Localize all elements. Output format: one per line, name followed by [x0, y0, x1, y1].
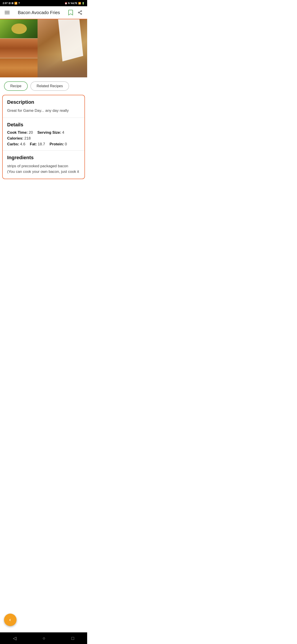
alarm-icon: ⏰	[65, 2, 67, 4]
image-cell-wrap2	[0, 58, 38, 77]
image-main	[37, 19, 87, 77]
protein-label: Protein:	[50, 142, 64, 146]
battery-icon: 🔋	[82, 2, 84, 4]
cook-time-value: 20	[29, 130, 33, 135]
tab-recipe[interactable]: Recipe	[4, 82, 28, 91]
fat-label: Fat:	[30, 142, 37, 146]
details-row-cook: Cook Time: 20 Serving Size: 4	[7, 130, 80, 135]
protein-pair: Protein: 0	[50, 142, 67, 146]
description-title: Description	[7, 99, 80, 105]
fat-value: 18.7	[38, 142, 45, 146]
serving-size-value: 4	[62, 130, 64, 135]
bookmark-button[interactable]	[67, 10, 74, 16]
cook-time-pair: Cook Time: 20	[7, 130, 33, 135]
image-grid	[0, 19, 38, 77]
carbs-pair: Carbs: 4.6	[7, 142, 25, 146]
ingredients-section: Ingredients strips of precooked packaged…	[3, 151, 84, 179]
svg-point-1	[78, 12, 79, 13]
ingredients-line-2: (You can cook your own bacon, just cook …	[7, 169, 80, 175]
details-section: Details Cook Time: 20 Serving Size: 4 Ca…	[3, 118, 84, 151]
calories-value: 218	[24, 136, 31, 141]
status-left: 2:07 ⊟ ⊞ 📶 ?	[3, 2, 20, 5]
page-title: Bacon Avocado Fries	[10, 10, 67, 15]
tab-related-recipes[interactable]: Related Recipes	[30, 82, 69, 91]
details-row-calories: Calories: 218	[7, 136, 80, 141]
svg-point-0	[81, 10, 82, 12]
share-button[interactable]	[77, 10, 83, 16]
tabs-container: Recipe Related Recipes	[0, 77, 87, 95]
cook-time-label: Cook Time:	[7, 130, 28, 135]
volte-icon: VoLTE	[71, 2, 77, 4]
details-row-macros: Carbs: 4.6 Fat: 18.7 Protein: 0	[7, 142, 80, 146]
svg-line-3	[79, 12, 81, 12]
status-bar: 2:07 ⊟ ⊞ 📶 ? ⏰ N VoLTE 📶 🔋	[0, 0, 87, 6]
serving-size-pair: Serving Size: 4	[37, 130, 64, 135]
svg-point-2	[81, 14, 82, 14]
details-grid: Cook Time: 20 Serving Size: 4 Calories: …	[7, 130, 80, 146]
ingredients-line-1: strips of precooked packaged bacon	[7, 163, 80, 169]
image-cell-wrap1	[0, 39, 38, 58]
status-right: ⏰ N VoLTE 📶 🔋	[65, 2, 84, 4]
carbs-label: Carbs:	[7, 142, 19, 146]
svg-line-4	[79, 13, 81, 14]
nfc-icon: N	[68, 2, 70, 4]
time-display: 2:07	[3, 2, 7, 4]
menu-button[interactable]	[4, 10, 10, 16]
recipe-image	[0, 19, 87, 77]
share-icon	[77, 10, 82, 15]
question-icon: ?	[18, 2, 20, 4]
notification-icon: ⊟	[8, 2, 10, 5]
details-title: Details	[7, 122, 80, 128]
image-icon: ⊞	[11, 2, 13, 5]
header: Bacon Avocado Fries	[0, 6, 87, 19]
image-cell-avocado	[0, 19, 38, 38]
ingredients-title: Ingredients	[7, 155, 80, 160]
carbs-value: 4.6	[20, 142, 25, 146]
description-section: Description Great for Game Day... any da…	[3, 95, 84, 118]
calories-label: Calories:	[7, 136, 23, 141]
signal-icon: 📶	[78, 2, 81, 4]
content-card: Description Great for Game Day... any da…	[2, 95, 85, 179]
wifi-icon: 📶	[14, 2, 17, 5]
hamburger-icon	[5, 11, 9, 14]
description-text: Great for Game Day... any day really	[7, 108, 80, 114]
protein-value: 0	[65, 142, 67, 146]
serving-size-label: Serving Size:	[37, 130, 61, 135]
fat-pair: Fat: 18.7	[30, 142, 45, 146]
bookmark-icon	[68, 10, 73, 16]
